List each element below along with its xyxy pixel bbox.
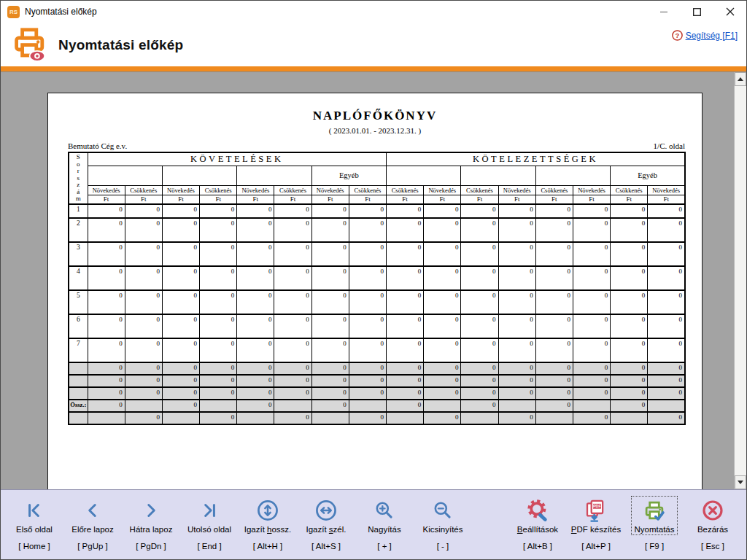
table-cell: 0 [88, 400, 125, 412]
table-cell: 0 [648, 387, 685, 400]
table-cell: 0 [274, 218, 311, 242]
table-cell: 0 [387, 242, 424, 266]
table-subgroup-row: EgyébEgyéb [69, 166, 685, 185]
zoom-out-button[interactable]: Kicsinyítés[ - ] [414, 496, 472, 551]
page-down-button[interactable]: Hátra lapoz[ PgDn ] [122, 496, 180, 551]
fit-height-button[interactable]: Igazít hossz.[ Alt+H ] [239, 496, 297, 551]
column-header: Csökkenés [349, 185, 386, 195]
last-page-button[interactable]: Utolsó oldal[ End ] [180, 496, 239, 551]
table-cell: 0 [200, 266, 237, 290]
scroll-up-button[interactable] [735, 72, 746, 86]
unit-header: Ft [88, 195, 125, 204]
first-page-button[interactable]: Első oldal[ Home ] [5, 496, 63, 551]
table-cell: 0 [573, 338, 610, 362]
table-row: 70000000000000000 [69, 338, 685, 362]
help-link[interactable]: ? Segítség [F1] [672, 30, 738, 41]
pdf-download-icon: PDF [584, 498, 608, 523]
column-header: Csökkenés [461, 185, 498, 195]
table-total-row: 0000000000000000 [69, 362, 685, 375]
table-cell: 0 [648, 242, 685, 266]
table-cell: 0 [311, 314, 349, 338]
pdf-export-button[interactable]: PDFPDF készítés[ Alt+P ] [567, 496, 625, 551]
table-cell: 0 [88, 314, 125, 338]
table-cell: 0 [349, 266, 386, 290]
page-up-button[interactable]: Előre lapoz[ PgUp ] [63, 496, 122, 551]
fit-width-button[interactable]: Igazít szél.[ Alt+S ] [297, 496, 355, 551]
table-cell: 0 [349, 290, 386, 314]
table-cell: 0 [573, 290, 610, 314]
app-icon: RS [7, 6, 20, 18]
table-cell: 0 [311, 290, 349, 314]
zoom-in-button[interactable]: Nagyítás[ + ] [355, 496, 414, 551]
table-cell: 0 [648, 362, 685, 375]
scroll-down-button[interactable] [735, 475, 746, 489]
table-cell: 0 [387, 314, 424, 338]
table-total-row: 0000000000000000 [69, 375, 685, 387]
window-controls [648, 1, 746, 23]
table-cell: 0 [200, 362, 237, 375]
unit-header: Ft [349, 195, 386, 204]
table-cell: 0 [311, 242, 349, 266]
toolbar-button-shortcut: [ + ] [377, 542, 392, 551]
table-cell: 0 [387, 204, 424, 218]
table-cell: 0 [88, 362, 125, 375]
table-cell: 0 [349, 218, 386, 242]
table-cell: 0 [424, 290, 461, 314]
table-cell [274, 400, 311, 412]
table-cell: 0 [573, 266, 610, 290]
table-cell: 0 [200, 375, 237, 387]
table-cell: 0 [162, 338, 199, 362]
column-header: Növekedés [648, 185, 685, 195]
close-button[interactable]: Bezárás[ Esc ] [684, 496, 742, 551]
subgroup-header: Egyéb [611, 166, 685, 185]
unit-header: Ft [237, 195, 274, 204]
table-cell: 0 [274, 338, 311, 362]
table-cell: 0 [274, 375, 311, 387]
header: Nyomtatási előkép ? Segítség [F1] [1, 23, 746, 66]
print-button[interactable]: Nyomtatás[ F9 ] [625, 496, 684, 551]
column-header: Csökkenés [611, 185, 648, 195]
vertical-scrollbar[interactable] [734, 72, 746, 489]
svg-text:?: ? [675, 31, 679, 39]
minimize-button[interactable] [648, 1, 681, 23]
table-cell: 0 [648, 204, 685, 218]
table-cell: 0 [349, 338, 386, 362]
toolbar-button-label: Előre lapoz [71, 525, 114, 534]
subgroup-header [387, 166, 461, 185]
total-label-cell [69, 362, 88, 375]
table-cell: 0 [461, 218, 498, 242]
table-cell [424, 400, 461, 412]
table-cell: 0 [611, 266, 648, 290]
table-cell: 0 [424, 314, 461, 338]
last-page-icon [198, 498, 220, 523]
table-cell: 0 [498, 412, 535, 424]
table-cell [88, 412, 125, 424]
table-cell: 0 [387, 338, 424, 362]
table-cell: 0 [311, 204, 349, 218]
unit-header: Ft [611, 195, 648, 204]
unit-header: Ft [311, 195, 349, 204]
gear-wrench-icon [526, 498, 549, 523]
table-cell: 0 [573, 375, 610, 387]
table-cell: 0 [611, 338, 648, 362]
table-cell: 0 [125, 314, 162, 338]
table-cell: 0 [535, 362, 573, 375]
maximize-button[interactable] [681, 1, 713, 23]
close-window-button[interactable] [713, 1, 746, 23]
unit-header: Ft [424, 195, 461, 204]
table-cell: 0 [311, 218, 349, 242]
settings-button[interactable]: Beállítások[ Alt+B ] [508, 496, 567, 551]
table-cell: 0 [648, 412, 685, 424]
table-cell: 0 [535, 290, 573, 314]
table-cell: 0 [498, 387, 535, 400]
column-header: Csökkenés [200, 185, 237, 195]
toolbar-button-shortcut: [ F9 ] [645, 542, 664, 551]
table-cell: 0 [237, 242, 274, 266]
row-number-cell: 1 [69, 204, 88, 218]
table-cell: 0 [200, 314, 237, 338]
table-cell: 0 [349, 375, 386, 387]
table-cell: 0 [648, 218, 685, 242]
table-cell: 0 [573, 362, 610, 375]
table-cell: 0 [461, 375, 498, 387]
total-label-cell: Össz.: [69, 400, 88, 412]
